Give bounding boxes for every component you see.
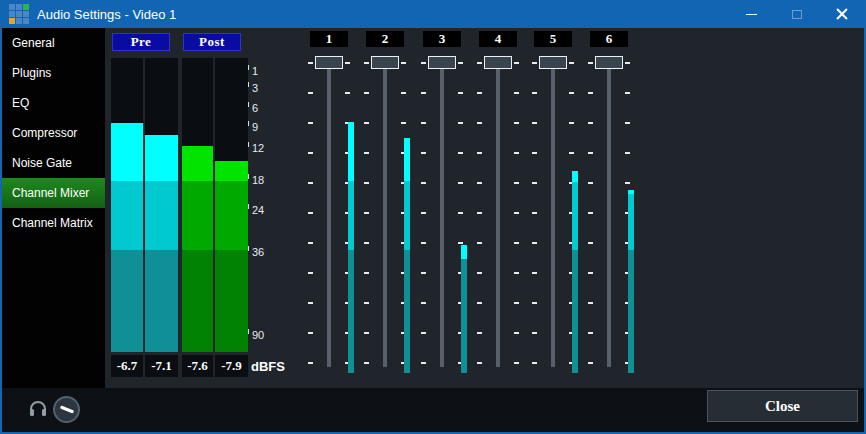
slider-tick <box>477 362 482 364</box>
meter-bar-segment <box>348 181 354 250</box>
minimize-button[interactable] <box>729 0 774 28</box>
window-controls <box>729 0 864 28</box>
slider-tick <box>308 152 313 154</box>
channel-slider-track[interactable] <box>551 68 555 367</box>
slider-tick <box>532 62 537 64</box>
slider-tick <box>458 242 463 244</box>
sidebar-item-channel-mixer[interactable]: Channel Mixer <box>2 178 105 208</box>
channel-slider-track[interactable] <box>383 68 387 367</box>
meter-bar-segment <box>628 250 634 373</box>
close-button[interactable]: Close <box>707 390 858 422</box>
slider-tick <box>477 92 482 94</box>
slider-tick <box>458 92 463 94</box>
channel-slider-handle[interactable] <box>315 56 343 69</box>
slider-tick <box>477 62 482 64</box>
meter-value: -7.1 <box>145 355 178 377</box>
meter-bar-segment <box>348 122 354 181</box>
channel-label-3: 3 <box>423 31 461 47</box>
slider-tick <box>458 152 463 154</box>
meter-bar-segment <box>182 250 213 352</box>
slider-tick <box>421 272 426 274</box>
slider-tick <box>514 152 519 154</box>
slider-tick <box>532 212 537 214</box>
slider-tick <box>421 362 426 364</box>
channel-peak-meter <box>404 138 410 373</box>
app-icon-square <box>16 4 22 10</box>
channel-slider-handle[interactable] <box>428 56 456 69</box>
sidebar-item-eq[interactable]: EQ <box>2 88 105 118</box>
sidebar-item-noise-gate[interactable]: Noise Gate <box>2 148 105 178</box>
meter-bar-segment <box>404 181 410 250</box>
slider-tick <box>421 332 426 334</box>
slider-tick <box>308 362 313 364</box>
slider-tick <box>532 362 537 364</box>
meter-bar-segment <box>404 138 410 181</box>
channel-slider-handle[interactable] <box>371 56 399 69</box>
channel-slider-handle[interactable] <box>484 56 512 69</box>
channel-peak-meter <box>461 245 467 373</box>
dbfs-label: dBFS <box>251 359 285 374</box>
titlebar[interactable]: Audio Settings - Video 1 <box>2 0 864 28</box>
db-scale-label: 36 <box>247 246 264 258</box>
meter-bar-segment <box>461 245 467 259</box>
slider-tick <box>308 212 313 214</box>
meter-bar-segment <box>145 250 178 352</box>
slider-tick <box>308 182 313 184</box>
slider-tick <box>364 242 369 244</box>
slider-tick <box>532 152 537 154</box>
channel-slider-track[interactable] <box>327 68 331 367</box>
meter-bar-segment <box>215 161 248 181</box>
slider-tick <box>588 212 593 214</box>
meter-column <box>215 58 248 352</box>
slider-tick <box>569 152 574 154</box>
slider-tick <box>364 302 369 304</box>
sidebar-item-plugins[interactable]: Plugins <box>2 58 105 88</box>
meter-bar-segment <box>145 181 178 250</box>
slider-tick <box>588 152 593 154</box>
slider-tick <box>532 92 537 94</box>
slider-tick <box>514 362 519 364</box>
channel-label-1: 1 <box>310 31 348 47</box>
meter-bar-segment <box>572 171 578 182</box>
slider-tick <box>364 122 369 124</box>
channel-slider-handle[interactable] <box>595 56 623 69</box>
close-icon <box>835 7 849 21</box>
meter-bar-segment <box>215 250 248 352</box>
channel-slider-track[interactable] <box>496 68 500 367</box>
window-title: Audio Settings - Video 1 <box>37 7 176 22</box>
slider-tick <box>364 332 369 334</box>
channel-slider-track[interactable] <box>607 68 611 367</box>
main-panel: dBFS Pre-6.7-7.1Post-7.6-7.9136912182436… <box>105 28 864 388</box>
app-icon-square <box>23 18 29 24</box>
channel-slider-handle[interactable] <box>539 56 567 69</box>
sidebar-item-compressor[interactable]: Compressor <box>2 118 105 148</box>
slider-tick <box>532 302 537 304</box>
slider-tick <box>625 152 630 154</box>
sidebar-item-general[interactable]: General <box>2 28 105 58</box>
slider-tick <box>308 92 313 94</box>
monitor-volume-knob[interactable] <box>53 396 80 423</box>
slider-tick <box>569 122 574 124</box>
channel-slider-track[interactable] <box>440 68 444 367</box>
slider-tick <box>308 272 313 274</box>
sidebar: GeneralPluginsEQCompressorNoise GateChan… <box>2 28 105 388</box>
db-scale-label: 3 <box>247 82 258 94</box>
headphones-icon[interactable] <box>28 400 48 417</box>
app-icon-square <box>9 4 15 10</box>
db-scale-label: 90 <box>247 329 264 341</box>
slider-tick <box>458 122 463 124</box>
slider-tick <box>514 62 519 64</box>
meter-bar-segment <box>404 250 410 373</box>
slider-tick <box>588 92 593 94</box>
sidebar-item-channel-matrix[interactable]: Channel Matrix <box>2 208 105 238</box>
slider-tick <box>477 272 482 274</box>
slider-tick <box>401 92 406 94</box>
close-window-button[interactable] <box>819 0 864 28</box>
slider-tick <box>514 212 519 214</box>
slider-tick <box>532 122 537 124</box>
slider-tick <box>458 62 463 64</box>
slider-tick <box>477 152 482 154</box>
slider-tick <box>458 212 463 214</box>
slider-tick <box>532 272 537 274</box>
channel-label-5: 5 <box>534 31 572 47</box>
